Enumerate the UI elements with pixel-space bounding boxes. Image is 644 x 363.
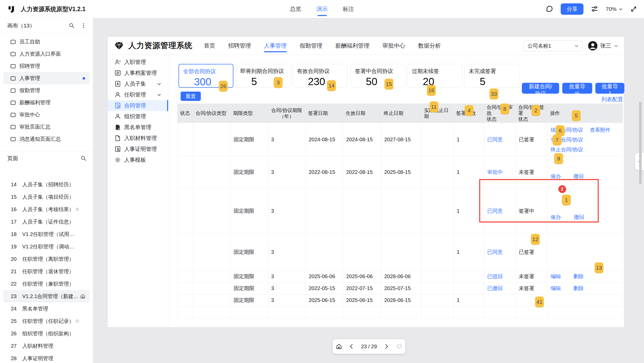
list-config-link[interactable]: 列表配置 <box>601 96 623 103</box>
kebab-menu-icon[interactable] <box>80 23 87 29</box>
annotation-marker[interactable]: 9 <box>554 153 563 164</box>
page-item[interactable]: 24 黑名单管理 <box>3 302 90 315</box>
search-icon[interactable] <box>69 23 75 29</box>
edit-link[interactable]: 编辑 <box>551 285 561 292</box>
zoom-control[interactable]: 70% <box>606 6 623 12</box>
canvas-item[interactable]: 薪酬福利管理 <box>3 97 90 109</box>
menu-item-subset[interactable]: 人员子集 <box>108 78 168 89</box>
hr-nav-item[interactable]: 人事管理 <box>264 37 287 55</box>
prev-page-icon[interactable] <box>349 343 355 350</box>
annotation-marker[interactable]: 7 <box>553 135 561 145</box>
menu-item-certificates[interactable]: 人事证明管理 <box>108 144 168 154</box>
annotation-marker[interactable]: 5 <box>572 110 581 121</box>
annotation-marker[interactable]: 41 <box>535 297 544 307</box>
stat-card-unsigned[interactable]: 未完成签署 5 <box>464 64 519 88</box>
page-item[interactable]: 25 任职管理（任职记录） <box>3 315 90 327</box>
hr-nav-item[interactable]: 数据分析 <box>418 37 441 55</box>
canvas-item[interactable]: 人力资源入口界面 <box>3 48 90 60</box>
annotation-marker[interactable]: 33 <box>490 88 498 99</box>
home-icon[interactable] <box>336 343 342 350</box>
urge-link[interactable]: 催办 <box>551 173 561 180</box>
hr-nav-item[interactable]: 假勤管理 <box>300 37 322 55</box>
menu-item-blacklist[interactable]: 黑名单管理 <box>108 122 168 133</box>
annotation-marker[interactable]: 13 <box>595 262 603 273</box>
annotation-marker[interactable]: 3 <box>274 77 283 88</box>
approve-status-link[interactable]: 已同意 <box>487 208 503 214</box>
settings-sliders-icon[interactable] <box>591 5 598 13</box>
hr-nav-item[interactable]: 审批中心 <box>382 37 405 55</box>
canvas-item[interactable]: 招聘管理 <box>3 60 90 72</box>
share-button[interactable]: 分享 <box>561 3 583 15</box>
page-item[interactable]: 17 人员子集（证件信息） <box>3 216 90 228</box>
page-item[interactable]: 20 任职管理（离职管理） <box>3 253 90 265</box>
page-item[interactable]: 14 人员子集（招聘经历） <box>3 182 90 191</box>
company-select[interactable]: 公司名称1 <box>524 40 583 51</box>
comment-icon[interactable] <box>546 5 553 13</box>
next-page-icon[interactable] <box>383 343 389 350</box>
annotation-marker[interactable]: 12 <box>531 234 540 245</box>
annotation-marker[interactable]: 14 <box>327 80 336 91</box>
topbar-tab[interactable]: 标注 <box>343 0 354 18</box>
annotation-marker[interactable]: 26 <box>219 81 228 92</box>
canvas-item[interactable]: 审批中心 <box>3 109 90 121</box>
hr-nav-item[interactable]: 招聘管理 <box>228 37 251 55</box>
batch-import-button[interactable]: 批量导入 <box>595 83 624 94</box>
stat-card-expiring[interactable]: 即将到期合同协议 5 <box>236 64 291 88</box>
page-item[interactable]: 19 V1.2任职管理（调动管理）调… <box>3 240 90 253</box>
page-item[interactable]: 28 人事证明管理 <box>3 352 90 363</box>
stat-card-overdue[interactable]: 过期未续签 20 <box>408 64 462 88</box>
search-icon[interactable] <box>80 155 87 161</box>
annotation-marker[interactable]: 8 <box>500 103 509 114</box>
edit-link[interactable]: 编辑 <box>551 273 561 280</box>
page-item[interactable]: 26 组织管理（组织架构） <box>3 327 90 340</box>
annotation-marker[interactable]: 15 <box>384 79 393 90</box>
vertical-scrollbar-thumb[interactable] <box>639 102 642 184</box>
terminate-contract-link[interactable]: 终止合同/协议 <box>551 147 583 152</box>
withdraw-link[interactable]: 撤回 <box>574 214 584 221</box>
jsdesign-logo-icon[interactable] <box>7 5 16 13</box>
delete-link[interactable]: 删除 <box>573 273 584 280</box>
view-attachment-link[interactable]: 查看附件 <box>590 127 611 133</box>
menu-item-archives[interactable]: 人事档案管理 <box>108 68 168 78</box>
page-item[interactable]: 18 V1.2任职管理（试用期管理） <box>3 228 90 240</box>
canvas-item[interactable]: 员工自助 <box>3 36 90 48</box>
annotation-marker[interactable]: 16 <box>427 85 436 96</box>
approve-status-link[interactable]: 已驳回 <box>487 273 503 279</box>
stat-card-valid[interactable]: 有效合同协议 230 <box>293 64 347 88</box>
page-item[interactable]: 16 人员子集（考核结果） <box>3 203 90 216</box>
annotation-marker[interactable]: 1 <box>562 195 571 205</box>
stat-card-signing[interactable]: 签署中合同协议 50 <box>351 64 405 88</box>
canvas-item[interactable]: 人事管理 <box>3 72 90 84</box>
annotation-marker[interactable]: 2 <box>531 105 540 116</box>
approve-status-link[interactable]: 审批中 <box>487 169 503 175</box>
topbar-tab[interactable]: 总览 <box>290 0 301 18</box>
create-contract-button[interactable]: 新建合同/协议 <box>522 83 559 94</box>
menu-item-organization[interactable]: 组织管理 <box>108 111 168 122</box>
approve-status-link[interactable]: 已同意 <box>487 249 503 255</box>
fullscreen-icon[interactable] <box>630 5 637 13</box>
hr-nav-item[interactable]: 薪酬福利管理 <box>335 37 369 55</box>
hr-nav-item[interactable]: 首页 <box>204 37 215 55</box>
page-item[interactable]: 15 人员子集（项目经历） <box>3 191 90 203</box>
page-item[interactable]: 22 任职管理（兼职管理） <box>3 278 90 290</box>
menu-item-templates[interactable]: 人事模板 <box>108 154 168 165</box>
reset-button[interactable]: 重置 <box>181 92 201 101</box>
approve-status-link[interactable]: 已撤回 <box>487 285 503 291</box>
delete-link[interactable]: 删除 <box>573 285 584 292</box>
canvas-item[interactable]: 消息通知页面汇总 <box>3 133 90 145</box>
page-item[interactable]: 27 入职材料管理 <box>3 340 90 352</box>
menu-item-contracts[interactable]: 合同管理 <box>108 100 168 111</box>
user-menu[interactable]: 张三 <box>588 41 618 51</box>
topbar-tab[interactable]: 演示 <box>316 0 328 18</box>
annotation-marker[interactable]: 4 <box>465 105 473 116</box>
menu-item-materials[interactable]: 入职材料管理 <box>108 133 168 144</box>
canvas-item[interactable]: 假勤管理 <box>3 84 90 97</box>
menu-item-onboarding[interactable]: 入职管理 <box>108 57 168 68</box>
approve-status-link[interactable]: 已同意 <box>487 137 503 142</box>
canvas-item[interactable]: 审批页面汇总 <box>3 121 90 133</box>
withdraw-link[interactable]: 撤回 <box>573 173 584 180</box>
renew-contract-link[interactable]: 续签合同/协议 <box>551 127 583 133</box>
menu-item-appointment[interactable]: 任职管理 <box>108 89 168 100</box>
page-item[interactable]: 21 任职管理（退休管理） <box>3 265 90 278</box>
urge-link[interactable]: 催办 <box>551 214 561 221</box>
